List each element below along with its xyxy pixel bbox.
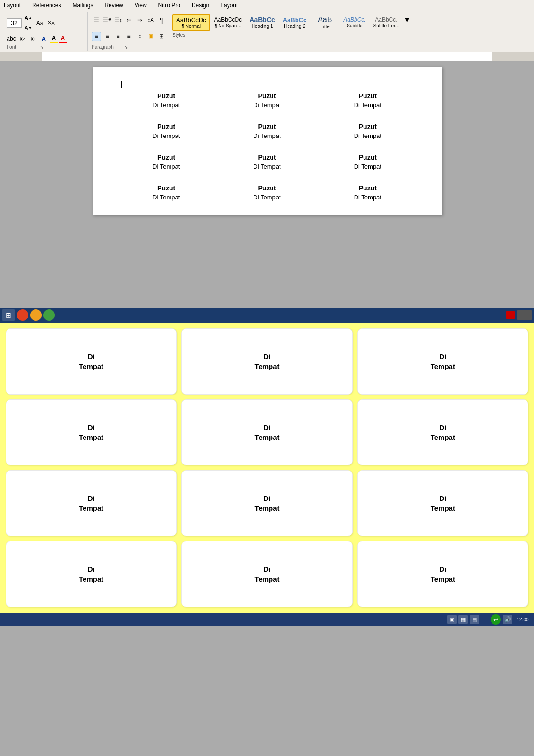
- superscript-btn[interactable]: x2: [28, 34, 38, 43]
- doc-cell-2-3: Puzut Di Tempat: [322, 123, 413, 139]
- sort-btn[interactable]: ↕A: [146, 16, 155, 25]
- styles-expand-btn[interactable]: ▼: [403, 17, 411, 24]
- doc-cell-subtitle: Di Tempat: [121, 163, 212, 170]
- styles-more[interactable]: ▼: [403, 14, 411, 31]
- label-text: DiTempat: [254, 352, 279, 371]
- bottom-taskbar: ▣ ▦ ▤ ↩ 🔊 12:00: [0, 613, 534, 626]
- label-cell-4-3: DiTempat: [357, 541, 528, 607]
- font-size-up-btn[interactable]: A▲: [24, 13, 33, 23]
- text-effects-btn[interactable]: A: [39, 34, 49, 43]
- style-subtle[interactable]: AaBbCc. Subtle Em...: [370, 14, 402, 31]
- doc-cell-subtitle: Di Tempat: [322, 163, 413, 170]
- doc-cell-3-3: Puzut Di Tempat: [322, 154, 413, 170]
- paragraph-section-label: Paragraph ↘: [92, 44, 128, 50]
- menu-references[interactable]: References: [30, 1, 63, 9]
- window-layout-icon-3[interactable]: ▤: [470, 615, 479, 624]
- ruler: [0, 52, 534, 62]
- menu-design[interactable]: Design: [190, 1, 211, 9]
- doc-cell-subtitle: Di Tempat: [221, 132, 313, 139]
- font-size-down-btn[interactable]: A▼: [24, 23, 33, 33]
- doc-cell-1-2: Puzut Di Tempat: [221, 92, 313, 109]
- line-spacing-btn[interactable]: ↕: [135, 32, 144, 41]
- show-formatting-btn[interactable]: ¶: [157, 16, 166, 25]
- label-area: DiTempat DiTempat DiTempat DiTempat DiTe…: [0, 323, 534, 613]
- font-size-value: 32: [11, 20, 17, 26]
- menu-nitropro[interactable]: Nitro Pro: [156, 1, 182, 9]
- style-nospacing[interactable]: AaBbCcDc ¶ No Spaci...: [211, 14, 246, 31]
- multilevel-list-btn[interactable]: ☰↕: [113, 16, 123, 25]
- doc-cell-subtitle: Di Tempat: [322, 194, 413, 201]
- label-cell-4-2: DiTempat: [181, 541, 352, 607]
- doc-cell-subtitle: Di Tempat: [121, 132, 212, 139]
- window-layout-icon-1[interactable]: ▣: [447, 615, 457, 624]
- label-text: DiTempat: [431, 564, 455, 584]
- label-text: DiTempat: [431, 352, 455, 371]
- doc-cell-3-1: Puzut Di Tempat: [121, 154, 212, 170]
- window-icon-1[interactable]: [506, 311, 515, 319]
- volume-icon[interactable]: 🔊: [503, 615, 512, 624]
- menu-review[interactable]: Review: [102, 1, 125, 9]
- menu-layout2[interactable]: Layout: [219, 1, 239, 9]
- doc-cell-4-1: Puzut Di Tempat: [121, 184, 212, 201]
- font-color-btn[interactable]: A: [59, 35, 67, 43]
- menu-layout[interactable]: Layout: [2, 1, 23, 9]
- back-btn[interactable]: ↩: [491, 614, 501, 625]
- font-case-btn[interactable]: Aa: [35, 18, 44, 28]
- document-grid: Puzut Di Tempat Puzut Di Tempat Puzut Di…: [121, 92, 414, 201]
- window-layout-icon-2[interactable]: ▦: [458, 615, 468, 624]
- doc-cell-4-2: Puzut Di Tempat: [221, 184, 313, 201]
- align-left-btn[interactable]: ≡: [92, 32, 101, 41]
- doc-cell-title: Puzut: [322, 123, 413, 130]
- style-title-label: Title: [321, 24, 330, 29]
- document-area: Puzut Di Tempat Puzut Di Tempat Puzut Di…: [0, 62, 534, 308]
- label-text: DiTempat: [254, 422, 279, 442]
- label-text: DiTempat: [431, 422, 455, 442]
- strikethrough-btn[interactable]: abc: [7, 34, 16, 43]
- styles-group: AaBbCcDc ¶ Normal AaBbCcDc ¶ No Spaci...…: [170, 12, 531, 51]
- style-normal[interactable]: AaBbCcDc ¶ Normal: [172, 14, 210, 31]
- doc-cell-title: Puzut: [221, 123, 313, 130]
- style-subtitle[interactable]: AaBbCc. Subtitle: [340, 14, 369, 31]
- window-btn-1[interactable]: [517, 310, 532, 320]
- decrease-indent-btn[interactable]: ⇐: [124, 16, 134, 25]
- app-icon-1[interactable]: [17, 309, 28, 321]
- app-icon-2[interactable]: [30, 309, 42, 321]
- doc-cell-subtitle: Di Tempat: [221, 163, 313, 170]
- label-text: DiTempat: [79, 422, 103, 442]
- menu-mailings[interactable]: Mailings: [70, 1, 95, 9]
- menu-view[interactable]: View: [133, 1, 149, 9]
- shading-btn[interactable]: ▣: [146, 32, 155, 41]
- start-button[interactable]: ⊞: [2, 309, 15, 321]
- style-heading2[interactable]: AaBbCc Heading 2: [280, 14, 310, 31]
- bullet-list-btn[interactable]: ☰: [92, 16, 101, 25]
- doc-cell-2-1: Puzut Di Tempat: [121, 123, 212, 139]
- numbered-list-btn[interactable]: ☰#: [102, 16, 112, 25]
- justify-btn[interactable]: ≡: [124, 32, 134, 41]
- doc-cell-2-2: Puzut Di Tempat: [221, 123, 313, 139]
- label-cell-4-1: DiTempat: [6, 541, 177, 607]
- label-cell-2-1: DiTempat: [6, 399, 177, 465]
- label-cell-3-1: DiTempat: [6, 470, 177, 536]
- font-section-label: Font ↘: [7, 44, 43, 50]
- doc-cell-3-2: Puzut Di Tempat: [221, 154, 313, 170]
- increase-indent-btn[interactable]: ⇒: [135, 16, 144, 25]
- clear-format-btn[interactable]: ✕A: [46, 18, 56, 28]
- styles-row: AaBbCcDc ¶ Normal AaBbCcDc ¶ No Spaci...…: [172, 13, 529, 32]
- doc-cell-title: Puzut: [221, 154, 313, 161]
- font-size-box[interactable]: 32: [7, 18, 22, 28]
- style-heading1[interactable]: AaBbCc Heading 1: [246, 14, 278, 31]
- style-title[interactable]: AaB Title: [311, 14, 339, 31]
- label-text: DiTempat: [79, 493, 103, 513]
- align-center-btn[interactable]: ≡: [102, 32, 112, 41]
- style-nospace-sample: AaBbCcDc: [214, 17, 242, 23]
- style-subtitle-label: Subtitle: [347, 23, 362, 28]
- style-h2-sample: AaBbCc: [283, 17, 307, 24]
- highlight-btn[interactable]: A: [50, 35, 58, 43]
- borders-btn[interactable]: ⊞: [157, 32, 166, 41]
- doc-cell-title: Puzut: [221, 92, 313, 100]
- app-icon-3[interactable]: [43, 309, 55, 321]
- clock-area: 12:00: [514, 615, 531, 624]
- label-cell-2-2: DiTempat: [181, 399, 352, 465]
- align-right-btn[interactable]: ≡: [113, 32, 123, 41]
- subscript-btn[interactable]: x2: [17, 34, 27, 43]
